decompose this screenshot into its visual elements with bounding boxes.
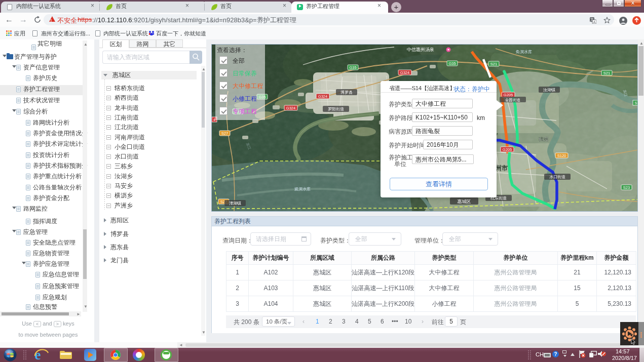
svg-text:水口街道: 水口街道 xyxy=(549,175,565,179)
svg-text:S: S xyxy=(634,101,637,105)
svg-text:博罗县: 博罗县 xyxy=(340,90,353,95)
svg-text:G35: G35 xyxy=(448,61,456,66)
svg-text:惠城区: 惠城区 xyxy=(457,199,471,204)
svg-text:观洞水库: 观洞水库 xyxy=(294,187,311,191)
svg-text:G324: G324 xyxy=(400,70,409,75)
svg-text:S23: S23 xyxy=(623,185,630,190)
svg-text:汝湖镇: 汝湖镇 xyxy=(543,88,555,92)
svg-text:G35: G35 xyxy=(349,65,356,70)
svg-text:S21: S21 xyxy=(490,62,497,66)
svg-text:A: A xyxy=(593,20,596,24)
svg-text:中信惠州汤泉: 中信惠州汤泉 xyxy=(407,47,434,52)
svg-text:潼湖镇: 潼湖镇 xyxy=(229,201,241,206)
svg-text:独洲: 独洲 xyxy=(539,136,548,142)
svg-text:G205: G205 xyxy=(504,93,513,97)
svg-text:S21: S21 xyxy=(603,71,610,75)
svg-text:S120: S120 xyxy=(557,153,566,158)
svg-text:角洞水库: 角洞水库 xyxy=(515,50,532,54)
svg-text:G205: G205 xyxy=(503,147,512,152)
svg-text:罗阳街道: 罗阳街道 xyxy=(328,107,344,111)
svg-text:金园街道: 金园街道 xyxy=(505,98,521,102)
svg-text:G324: G324 xyxy=(318,94,327,99)
svg-text:G324: G324 xyxy=(286,106,295,110)
svg-text:S27: S27 xyxy=(221,131,228,136)
